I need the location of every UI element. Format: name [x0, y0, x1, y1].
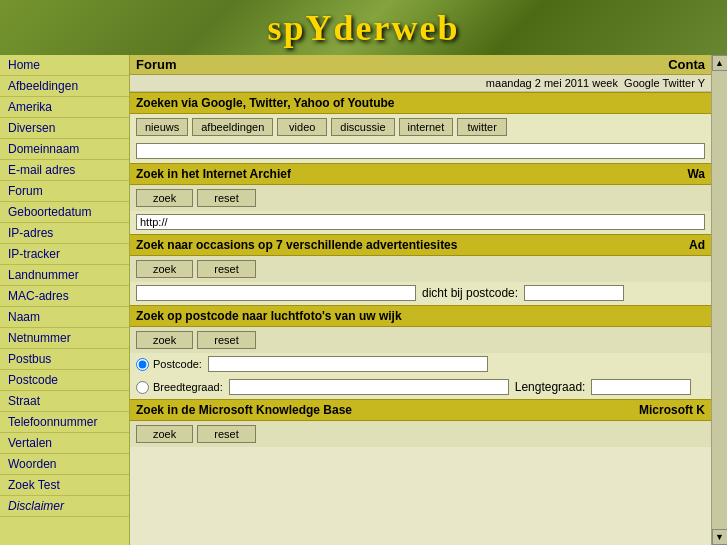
sidebar-item-straat[interactable]: Straat [0, 391, 129, 412]
section1-buttons-row: nieuws afbeeldingen video discussie inte… [130, 114, 711, 140]
sidebar-item-forum[interactable]: Forum [0, 181, 129, 202]
breedte-radio[interactable] [136, 381, 149, 394]
section2-header: Zoek in het Internet Archief Wa [130, 163, 711, 185]
date-text: maandag 2 mei 2011 week [486, 77, 618, 89]
sidebar-item-ip-tracker[interactable]: IP-tracker [0, 244, 129, 265]
sidebar-item-amerika[interactable]: Amerika [0, 97, 129, 118]
section5-buttons-row: zoek reset [130, 421, 711, 447]
section3-reset-btn[interactable]: reset [197, 260, 255, 278]
breedte-label-text: Breedtegraad: [153, 381, 223, 393]
scroll-down-btn[interactable]: ▼ [712, 529, 728, 545]
sidebar-item-naam[interactable]: Naam [0, 307, 129, 328]
section2-input-row [130, 211, 711, 234]
breedte-radio-label: Breedtegraad: [136, 381, 223, 394]
section2-zoek-btn[interactable]: zoek [136, 189, 193, 207]
sidebar-item-telefoonnummer[interactable]: Telefoonnummer [0, 412, 129, 433]
scroll-up-btn[interactable]: ▲ [712, 55, 728, 71]
contact-label: Conta [668, 57, 705, 72]
sidebar-item-vertalen[interactable]: Vertalen [0, 433, 129, 454]
sidebar-item-domeinnaam[interactable]: Domeinnaam [0, 139, 129, 160]
section4-lengte-input[interactable] [591, 379, 691, 395]
section3-input-row: dicht bij postcode: [130, 282, 711, 305]
section4-header: Zoek op postcode naar luchtfoto's van uw… [130, 305, 711, 327]
section4-breedte-input[interactable] [229, 379, 509, 395]
section3-header: Zoek naar occasions op 7 verschillende a… [130, 234, 711, 256]
section5-zoek-btn[interactable]: zoek [136, 425, 193, 443]
sidebar-item-home[interactable]: Home [0, 55, 129, 76]
section4-buttons-row: zoek reset [130, 327, 711, 353]
sidebar-item-afbeeldingen[interactable]: Afbeeldingen [0, 76, 129, 97]
section4-breedte-row: Breedtegraad: Lengtegraad: [130, 376, 711, 399]
sidebar-item-email[interactable]: E-mail adres [0, 160, 129, 181]
section3-right: Ad [689, 238, 705, 252]
section1-header: Zoeken via Google, Twitter, Yahoo of You… [130, 92, 711, 114]
section2-reset-btn[interactable]: reset [197, 189, 255, 207]
section2-right: Wa [687, 167, 705, 181]
sidebar-item-zoek-test[interactable]: Zoek Test [0, 475, 129, 496]
date-bar: maandag 2 mei 2011 week Google Twitter Y [130, 75, 711, 92]
postcode-radio-label: Postcode: [136, 358, 202, 371]
postcode-radio[interactable] [136, 358, 149, 371]
section2-title: Zoek in het Internet Archief [136, 167, 291, 181]
section5-right: Microsoft K [639, 403, 705, 417]
btn-afbeeldingen[interactable]: afbeeldingen [192, 118, 273, 136]
section1-search-input[interactable] [136, 143, 705, 159]
btn-discussie[interactable]: discussie [331, 118, 394, 136]
date-right: Google Twitter Y [624, 77, 705, 89]
section3-postcode-label: dicht bij postcode: [422, 286, 518, 300]
sidebar: Home Afbeeldingen Amerika Diversen Domei… [0, 55, 130, 545]
vertical-scrollbar: ▲ ▼ [711, 55, 727, 545]
section3-postcode-input[interactable] [524, 285, 624, 301]
btn-video[interactable]: video [277, 118, 327, 136]
sidebar-item-diversen[interactable]: Diversen [0, 118, 129, 139]
section4-zoek-btn[interactable]: zoek [136, 331, 193, 349]
section2-url-input[interactable] [136, 214, 705, 230]
lengte-label-text: Lengtegraad: [515, 380, 586, 394]
btn-internet[interactable]: internet [399, 118, 454, 136]
sidebar-item-netnummer[interactable]: Netnummer [0, 328, 129, 349]
btn-nieuws[interactable]: nieuws [136, 118, 188, 136]
section4-reset-btn[interactable]: reset [197, 331, 255, 349]
sidebar-item-ip-adres[interactable]: IP-adres [0, 223, 129, 244]
section4-title: Zoek op postcode naar luchtfoto's van uw… [136, 309, 402, 323]
site-title: spYderweb [267, 7, 459, 49]
site-header: spYderweb [0, 0, 727, 55]
section3-title: Zoek naar occasions op 7 verschillende a… [136, 238, 457, 252]
sidebar-item-mac-adres[interactable]: MAC-adres [0, 286, 129, 307]
section1-title: Zoeken via Google, Twitter, Yahoo of You… [136, 96, 394, 110]
sidebar-item-woorden[interactable]: Woorden [0, 454, 129, 475]
section4-postcode-row: Postcode: [130, 353, 711, 376]
forum-label: Forum [136, 57, 176, 72]
postcode-label-text: Postcode: [153, 358, 202, 370]
top-bar: Forum Conta [130, 55, 711, 75]
sidebar-item-geboortedatum[interactable]: Geboortedatum [0, 202, 129, 223]
section3-search-input[interactable] [136, 285, 416, 301]
sidebar-item-postcode[interactable]: Postcode [0, 370, 129, 391]
section5-header: Zoek in de Microsoft Knowledge Base Micr… [130, 399, 711, 421]
main-content: Forum Conta maandag 2 mei 2011 week Goog… [130, 55, 711, 545]
section5-title: Zoek in de Microsoft Knowledge Base [136, 403, 352, 417]
section1-input-row [130, 140, 711, 163]
section3-buttons-row: zoek reset [130, 256, 711, 282]
sidebar-item-landnummer[interactable]: Landnummer [0, 265, 129, 286]
section5-reset-btn[interactable]: reset [197, 425, 255, 443]
sidebar-item-postbus[interactable]: Postbus [0, 349, 129, 370]
sidebar-item-disclaimer[interactable]: Disclaimer [0, 496, 129, 517]
section2-buttons-row: zoek reset [130, 185, 711, 211]
section3-zoek-btn[interactable]: zoek [136, 260, 193, 278]
section4-postcode-input[interactable] [208, 356, 488, 372]
btn-twitter[interactable]: twitter [457, 118, 507, 136]
